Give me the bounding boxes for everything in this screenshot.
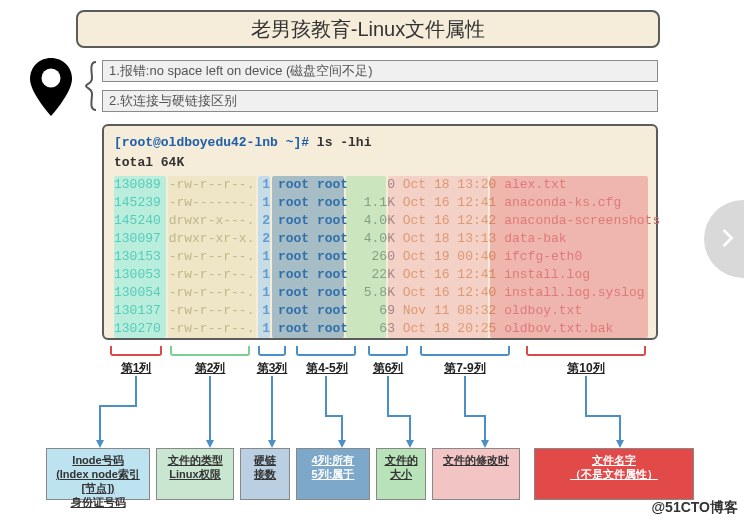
location-pin-icon (28, 58, 74, 116)
listing-row: 145240 drwxr-x---. 2 root root 4.0K Oct … (114, 212, 646, 230)
label-col1: 第1列 (110, 360, 162, 377)
watermark: @51CTO博客 (651, 499, 738, 517)
terminal-output: [root@oldboyedu42-lnb ~]# ls -lhi total … (102, 124, 658, 340)
label-col6: 第6列 (364, 360, 412, 377)
label-col3: 第3列 (250, 360, 294, 377)
listing-row: 145239 -rw-------. 1 root root 1.1K Oct … (114, 194, 646, 212)
label-col10: 第10列 (540, 360, 632, 377)
legend-boxes: Inode号码(Index node索引[节点])身份证号码 文件的类型Linu… (46, 448, 728, 508)
listing-row: 130053 -rw-r--r--. 1 root root 22K Oct 1… (114, 266, 646, 284)
listing-row: 130089 -rw-r--r--. 1 root root 0 Oct 18 … (114, 176, 646, 194)
listing-row: 130153 -rw-r--r--. 1 root root 260 Oct 1… (114, 248, 646, 266)
label-col2: 第2列 (170, 360, 250, 377)
chevron-right-icon (719, 229, 737, 250)
legend-inode: Inode号码(Index node索引[节点])身份证号码 (46, 448, 150, 500)
shell-command: ls -lhi (317, 135, 372, 150)
total-line: total 64K (114, 154, 646, 172)
legend-mtime: 文件的修改时 (432, 448, 520, 500)
note-line-1: 1.报错:no space left on device (磁盘空间不足) (102, 60, 658, 82)
legend-filename: 文件名字（不是文件属性） (534, 448, 694, 500)
legend-links: 硬链接数 (240, 448, 290, 500)
label-col79: 第7-9列 (426, 360, 504, 377)
listing-row: 130097 drwxr-xr-x. 2 root root 4.0K Oct … (114, 230, 646, 248)
note-line-2: 2.软连接与硬链接区别 (102, 90, 658, 112)
legend-owner: 4列:所有5列:属于 (296, 448, 370, 500)
curly-brace-icon (84, 60, 98, 112)
listing-row: 130054 -rw-r--r--. 1 root root 5.8K Oct … (114, 284, 646, 302)
svg-point-0 (42, 69, 61, 88)
legend-type-perm: 文件的类型Linux权限 (156, 448, 234, 500)
listing-row: 130137 -rw-r--r--. 1 root root 69 Nov 11… (114, 302, 646, 320)
column-labels: 第1列 第2列 第3列 第4-5列 第6列 第7-9列 第10列 (110, 346, 666, 386)
listing-rows: 130089 -rw-r--r--. 1 root root 0 Oct 18 … (114, 176, 646, 338)
legend-size: 文件的大小 (376, 448, 426, 500)
label-col45: 第4-5列 (292, 360, 362, 377)
shell-prompt: [root@oldboyedu42-lnb ~]# (114, 135, 309, 150)
listing-row: 130270 -rw-r--r--. 1 root root 63 Oct 18… (114, 320, 646, 338)
page-title: 老男孩教育-Linux文件属性 (76, 10, 660, 48)
